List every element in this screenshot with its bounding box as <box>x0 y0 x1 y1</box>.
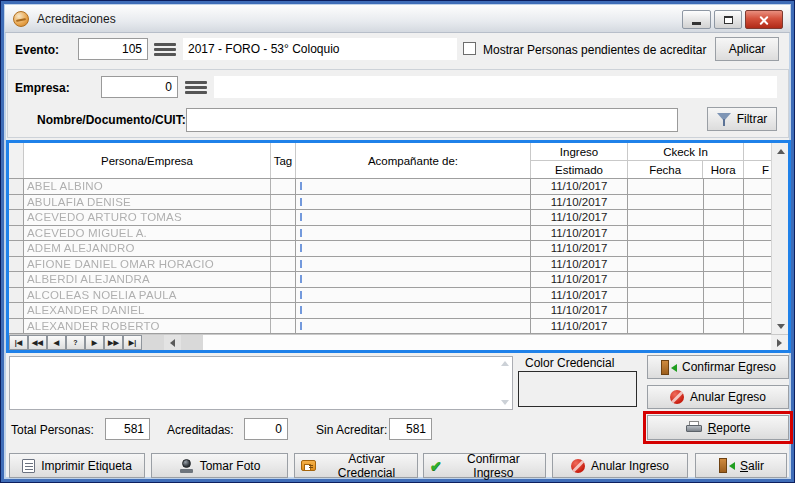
sin-acreditar-label: Sin Acreditar: <box>316 423 387 437</box>
redacted-mark <box>300 182 302 190</box>
scroll-left-button[interactable] <box>164 335 181 350</box>
scroll-down-button[interactable] <box>772 318 788 334</box>
evento-lookup-button[interactable] <box>154 39 176 59</box>
table-row[interactable]: ACEVEDO ARTURO TOMAS11/10/2017 <box>9 210 771 226</box>
header-hora: Hora <box>703 161 743 178</box>
redacted-mark <box>300 291 302 299</box>
notes-scroll-down-icon <box>501 400 509 405</box>
confirmar-ingreso-button[interactable]: ✔ Confirmar Ingreso <box>423 453 546 478</box>
grid-body: ABEL ALBINO11/10/2017ABULAFIA DENISE11/1… <box>9 179 771 334</box>
table-row[interactable]: ABEL ALBINO11/10/2017 <box>9 179 771 195</box>
empresa-description <box>214 76 777 98</box>
vertical-scrollbar[interactable] <box>771 143 788 334</box>
acreditaciones-window: Acreditaciones Evento: 105 2017 - FORO -… <box>0 0 795 483</box>
no-entry-icon <box>670 390 684 404</box>
evento-input[interactable]: 105 <box>78 38 148 60</box>
table-row[interactable]: ACEVEDO MIGUEL A.11/10/2017 <box>9 226 771 242</box>
table-row[interactable]: AFIONE DANIEL OMAR HORACIO11/10/2017 <box>9 257 771 273</box>
notes-textarea[interactable] <box>9 356 513 410</box>
total-personas-label: Total Personas: <box>11 423 94 437</box>
color-credencial-box <box>518 371 637 407</box>
table-row[interactable]: ADEM ALEJANDRO11/10/2017 <box>9 241 771 257</box>
header-selector <box>9 143 24 178</box>
anular-egreso-label: Anular Egreso <box>690 390 766 404</box>
pendientes-checkbox[interactable] <box>463 42 476 55</box>
nav-fast-next-button[interactable]: ▶▶ <box>104 335 123 350</box>
sin-acreditar-value: 581 <box>389 418 432 440</box>
empresa-input[interactable]: 0 <box>101 76 178 98</box>
imprimir-etiqueta-label: Imprimir Etiqueta <box>41 459 132 473</box>
close-icon <box>759 15 769 25</box>
window-title: Acreditaciones <box>37 12 116 26</box>
table-row[interactable]: ALEXANDER ROBERTO11/10/2017 <box>9 319 771 335</box>
maximize-button[interactable] <box>714 10 742 29</box>
filtrar-button[interactable]: Filtrar <box>707 107 777 131</box>
header-extra: F <box>744 143 771 178</box>
table-row[interactable]: ALBERDI ALEJANDRA11/10/2017 <box>9 272 771 288</box>
anular-ingreso-button[interactable]: Anular Ingreso <box>552 453 688 478</box>
reporte-label: Reporte <box>708 421 751 435</box>
horizontal-scrollbar[interactable] <box>142 335 788 350</box>
nombre-label: Nombre/Documento/CUIT: <box>37 113 186 127</box>
table-row[interactable]: ALCOLEAS NOELIA PAULA11/10/2017 <box>9 288 771 304</box>
color-credencial-label: Color Credencial <box>525 356 614 370</box>
nav-next-button[interactable]: ▶ <box>85 335 104 350</box>
titlebar: Acreditaciones <box>5 5 790 33</box>
imprimir-etiqueta-button[interactable]: Imprimir Etiqueta <box>9 453 145 478</box>
scroll-up-button[interactable] <box>772 143 788 159</box>
camera-icon <box>179 459 194 473</box>
hscroll-thumb[interactable] <box>142 335 164 350</box>
empresa-label: Empresa: <box>15 81 70 95</box>
arrow-down-icon <box>777 324 785 329</box>
header-checkin-group: Ckeck In Fecha Hora <box>628 143 744 178</box>
nav-first-button[interactable]: |◀ <box>9 335 28 350</box>
salir-button[interactable]: Salir <box>695 453 787 478</box>
filter-icon <box>717 113 731 126</box>
pendientes-checkbox-label: Mostrar Personas pendientes de acreditar <box>483 43 706 57</box>
redacted-mark <box>300 229 302 237</box>
activar-credencial-label: Activar Credencial <box>322 452 411 480</box>
aplicar-button[interactable]: Aplicar <box>715 37 779 61</box>
label-icon <box>22 459 35 473</box>
header-persona: Persona/Empresa <box>24 143 271 178</box>
acreditadas-label: Acreditadas: <box>167 423 234 437</box>
minimize-button[interactable] <box>682 10 711 29</box>
filtrar-label: Filtrar <box>737 112 768 126</box>
redacted-mark <box>300 213 302 221</box>
reporte-button[interactable]: Reporte <box>647 415 789 440</box>
arrow-up-icon <box>777 149 785 154</box>
empresa-lookup-button[interactable] <box>185 77 207 97</box>
check-icon: ✔ <box>430 459 442 473</box>
scroll-right-button[interactable] <box>771 335 788 350</box>
app-icon <box>13 11 29 27</box>
header-ingreso: Ingreso Estimado <box>531 143 628 178</box>
activar-credencial-button[interactable]: Activar Credencial <box>294 453 418 478</box>
salir-label: Salir <box>740 459 764 473</box>
personas-grid: Persona/Empresa Tag Acompañante de: Ingr… <box>6 140 791 353</box>
nombre-input[interactable] <box>186 108 678 132</box>
tomar-foto-button[interactable]: Tomar Foto <box>151 453 288 478</box>
acreditadas-value: 0 <box>244 418 288 440</box>
hscroll-thumb2[interactable] <box>181 335 203 350</box>
table-row[interactable]: ALEXANDER DANIEL11/10/2017 <box>9 303 771 319</box>
arrow-right-icon <box>777 339 782 347</box>
nav-last-button[interactable]: ▶| <box>123 335 142 350</box>
nav-prior-button[interactable]: ◀ <box>47 335 66 350</box>
close-button[interactable] <box>745 10 783 29</box>
header-tag: Tag <box>271 143 296 178</box>
evento-description: 2017 - FORO - 53° Coloquio <box>183 38 457 60</box>
nav-fast-prior-button[interactable]: ◀◀ <box>28 335 47 350</box>
total-personas-value: 581 <box>105 418 150 440</box>
printer-icon <box>686 421 702 434</box>
nav-help-button[interactable]: ? <box>66 335 85 350</box>
redacted-mark <box>300 198 302 206</box>
confirmar-egreso-label: Confirmar Egreso <box>682 360 776 374</box>
grid-navigator: |◀◀◀◀?▶▶▶▶| <box>9 335 142 350</box>
confirmar-egreso-button[interactable]: Confirmar Egreso <box>647 355 789 379</box>
grid-header: Persona/Empresa Tag Acompañante de: Ingr… <box>9 143 771 179</box>
redacted-mark <box>300 275 302 283</box>
door-exit-icon <box>718 458 734 473</box>
anular-egreso-button[interactable]: Anular Egreso <box>647 385 789 409</box>
table-row[interactable]: ABULAFIA DENISE11/10/2017 <box>9 195 771 211</box>
tomar-foto-label: Tomar Foto <box>200 459 261 473</box>
